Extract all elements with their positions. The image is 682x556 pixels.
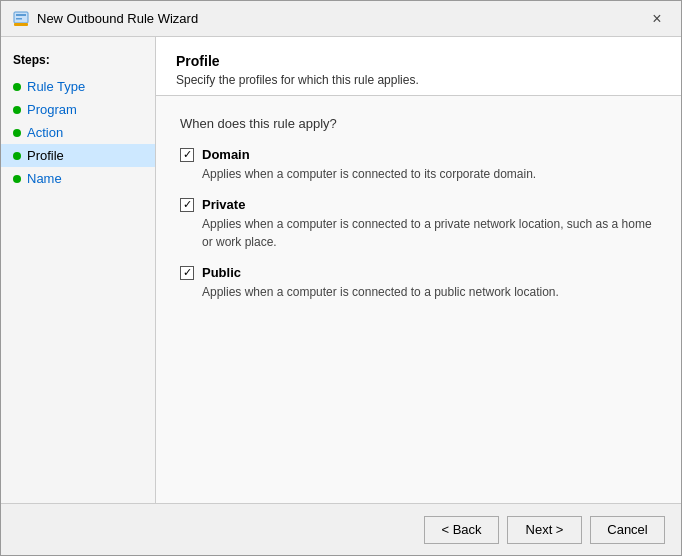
sidebar-item-profile[interactable]: Profile bbox=[1, 144, 155, 167]
public-label: Public bbox=[202, 265, 241, 280]
svg-rect-0 bbox=[14, 12, 28, 23]
sidebar-item-label-name: Name bbox=[27, 171, 62, 186]
domain-description: Applies when a computer is connected to … bbox=[202, 165, 657, 183]
private-label: Private bbox=[202, 197, 245, 212]
main-panel-subtitle: Specify the profiles for which this rule… bbox=[176, 73, 661, 87]
step-dot-rule-type bbox=[13, 83, 21, 91]
next-button[interactable]: Next > bbox=[507, 516, 582, 544]
public-description: Applies when a computer is connected to … bbox=[202, 283, 657, 301]
content-area: Steps: Rule Type Program Action Profile … bbox=[1, 37, 681, 503]
main-panel: Profile Specify the profiles for which t… bbox=[156, 37, 681, 503]
option-group: Domain Applies when a computer is connec… bbox=[180, 147, 657, 301]
sidebar-item-label-rule-type: Rule Type bbox=[27, 79, 85, 94]
domain-checkbox-wrapper: Domain bbox=[180, 147, 657, 162]
domain-checkbox[interactable] bbox=[180, 148, 194, 162]
private-description: Applies when a computer is connected to … bbox=[202, 215, 657, 251]
footer: < Back Next > Cancel bbox=[1, 503, 681, 555]
title-bar-left: New Outbound Rule Wizard bbox=[13, 11, 198, 27]
sidebar-item-rule-type[interactable]: Rule Type bbox=[1, 75, 155, 98]
sidebar-item-label-program: Program bbox=[27, 102, 77, 117]
svg-rect-2 bbox=[16, 18, 22, 20]
sidebar-item-action[interactable]: Action bbox=[1, 121, 155, 144]
option-private: Private Applies when a computer is conne… bbox=[180, 197, 657, 251]
cancel-button[interactable]: Cancel bbox=[590, 516, 665, 544]
svg-rect-3 bbox=[14, 23, 28, 26]
domain-label: Domain bbox=[202, 147, 250, 162]
main-panel-title: Profile bbox=[176, 53, 661, 69]
close-button[interactable]: × bbox=[645, 7, 669, 31]
dialog: New Outbound Rule Wizard × Steps: Rule T… bbox=[0, 0, 682, 556]
public-checkbox[interactable] bbox=[180, 266, 194, 280]
private-checkbox[interactable] bbox=[180, 198, 194, 212]
sidebar-item-name[interactable]: Name bbox=[1, 167, 155, 190]
title-bar-title: New Outbound Rule Wizard bbox=[37, 11, 198, 26]
sidebar-item-label-profile: Profile bbox=[27, 148, 64, 163]
main-header: Profile Specify the profiles for which t… bbox=[156, 37, 681, 96]
svg-rect-1 bbox=[16, 14, 26, 16]
private-checkbox-wrapper: Private bbox=[180, 197, 657, 212]
sidebar: Steps: Rule Type Program Action Profile … bbox=[1, 37, 156, 503]
sidebar-steps-label: Steps: bbox=[1, 49, 155, 75]
title-bar: New Outbound Rule Wizard × bbox=[1, 1, 681, 37]
back-button[interactable]: < Back bbox=[424, 516, 499, 544]
wizard-icon bbox=[13, 11, 29, 27]
step-dot-name bbox=[13, 175, 21, 183]
sidebar-item-label-action: Action bbox=[27, 125, 63, 140]
step-dot-action bbox=[13, 129, 21, 137]
option-domain: Domain Applies when a computer is connec… bbox=[180, 147, 657, 183]
step-dot-profile bbox=[13, 152, 21, 160]
question-label: When does this rule apply? bbox=[180, 116, 657, 131]
main-body: When does this rule apply? Domain Applie… bbox=[156, 96, 681, 503]
option-public: Public Applies when a computer is connec… bbox=[180, 265, 657, 301]
public-checkbox-wrapper: Public bbox=[180, 265, 657, 280]
sidebar-item-program[interactable]: Program bbox=[1, 98, 155, 121]
step-dot-program bbox=[13, 106, 21, 114]
